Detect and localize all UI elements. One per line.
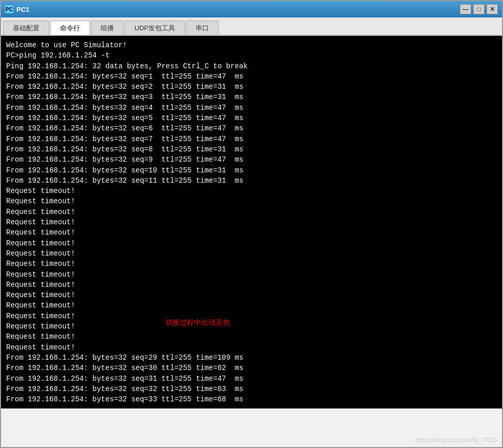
terminal-line: Request timeout! bbox=[6, 217, 497, 227]
watermark: https://blog.csdn.net/W_TF2C bbox=[415, 437, 497, 444]
main-window: PC PC1 — □ ✕ 基础配置 命令行 组播 UDP发包工具 串口 Welc… bbox=[0, 0, 503, 448]
window-icon: PC bbox=[5, 5, 13, 13]
terminal-line: Request timeout! bbox=[6, 259, 497, 269]
terminal-line: Ping 192.168.1.254: 32 data bytes, Press… bbox=[6, 61, 497, 71]
close-button[interactable]: ✕ bbox=[487, 4, 498, 14]
terminal-line: From 192.168.1.254: bytes=32 seq=33 ttl=… bbox=[6, 394, 497, 404]
terminal-line: From 192.168.1.254: bytes=32 seq=1 ttl=2… bbox=[6, 71, 497, 82]
terminal-line: PC>ping 192.168.1.254 -t bbox=[6, 50, 497, 61]
terminal-line: Request timeout! bbox=[6, 186, 497, 196]
terminal-line: From 192.168.1.254: bytes=32 seq=3 ttl=2… bbox=[6, 92, 497, 102]
terminal-line: From 192.168.1.254: bytes=32 seq=11 ttl=… bbox=[6, 176, 497, 186]
terminal-line: Request timeout! bbox=[6, 311, 497, 321]
terminal-line: From 192.168.1.254: bytes=32 seq=29 ttl=… bbox=[6, 353, 497, 363]
terminal-line: From 192.168.1.254: bytes=32 seq=10 ttl=… bbox=[6, 165, 497, 176]
terminal-line: From 192.168.1.254: bytes=32 seq=6 ttl=2… bbox=[6, 123, 497, 133]
terminal-line: Request timeout! bbox=[6, 300, 497, 310]
terminal-line: From 192.168.1.254: bytes=32 seq=5 ttl=2… bbox=[6, 113, 497, 123]
minimize-button[interactable]: — bbox=[460, 4, 471, 14]
packet-loss-annotation: 切换过程中出现丢包 bbox=[165, 318, 230, 327]
terminal-line: Request timeout! bbox=[6, 280, 497, 290]
terminal-line: From 192.168.1.254: bytes=32 seq=2 ttl=2… bbox=[6, 82, 497, 92]
terminal-line: Request timeout! bbox=[6, 321, 497, 332]
terminal-wrapper: Welcome to use PC Simulator!PC>ping 192.… bbox=[1, 36, 502, 447]
terminal-line: From 192.168.1.254: bytes=32 seq=7 ttl=2… bbox=[6, 134, 497, 144]
terminal-line: From 192.168.1.254: bytes=32 seq=8 ttl=2… bbox=[6, 144, 497, 154]
terminal-line: From 192.168.1.254: bytes=32 seq=4 ttl=2… bbox=[6, 103, 497, 113]
terminal-line: From 192.168.1.254: bytes=32 seq=9 ttl=2… bbox=[6, 154, 497, 165]
terminal-line: Request timeout! bbox=[6, 248, 497, 259]
title-bar: PC PC1 — □ ✕ bbox=[1, 1, 502, 17]
terminal-line: Welcome to use PC Simulator! bbox=[6, 40, 497, 50]
terminal-line: From 192.168.1.254: bytes=32 seq=30 ttl=… bbox=[6, 363, 497, 373]
terminal-line: Request timeout! bbox=[6, 238, 497, 248]
terminal-line: From 192.168.1.254: bytes=32 seq=32 ttl=… bbox=[6, 384, 497, 394]
window-title: PC1 bbox=[16, 6, 460, 13]
terminal-line: Request timeout! bbox=[6, 207, 497, 217]
tab-command-line[interactable]: 命令行 bbox=[50, 21, 90, 35]
tab-multicast[interactable]: 组播 bbox=[91, 21, 124, 35]
terminal-line: Request timeout! bbox=[6, 269, 497, 280]
terminal-line: From 192.168.1.254: bytes=32 seq=31 ttl=… bbox=[6, 374, 497, 384]
tab-bar: 基础配置 命令行 组播 UDP发包工具 串口 bbox=[1, 17, 502, 36]
title-bar-buttons: — □ ✕ bbox=[460, 4, 498, 14]
terminal-line: Request timeout! bbox=[6, 342, 497, 353]
tab-basic-config[interactable]: 基础配置 bbox=[3, 21, 49, 35]
terminal-line: Request timeout! bbox=[6, 196, 497, 206]
terminal-line: Request timeout! bbox=[6, 332, 497, 342]
tab-udp-tool[interactable]: UDP发包工具 bbox=[125, 21, 185, 35]
terminal[interactable]: Welcome to use PC Simulator!PC>ping 192.… bbox=[1, 36, 502, 408]
terminal-line: Request timeout! bbox=[6, 227, 497, 238]
terminal-line: Request timeout! bbox=[6, 290, 497, 300]
maximize-button[interactable]: □ bbox=[473, 4, 485, 14]
tab-serial[interactable]: 串口 bbox=[186, 21, 219, 35]
